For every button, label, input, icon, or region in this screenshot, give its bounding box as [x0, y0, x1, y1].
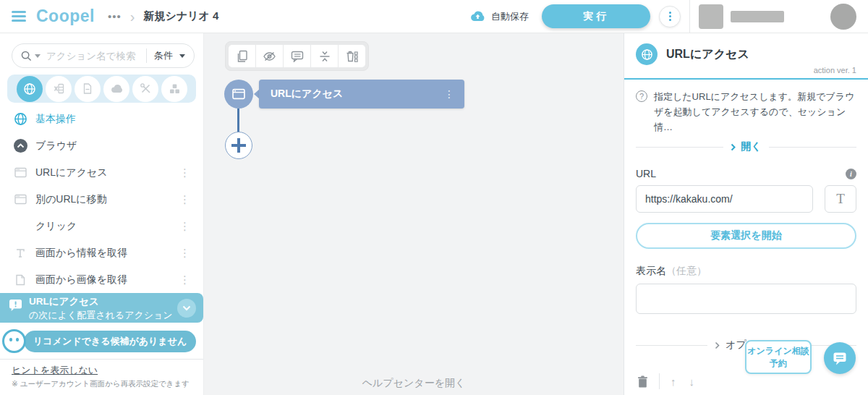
header-kebab-menu-icon[interactable] — [659, 6, 681, 27]
workspace-placeholder-bar — [731, 11, 784, 22]
bulk-delete-button[interactable] — [339, 45, 365, 67]
info-icon[interactable]: i — [846, 169, 856, 179]
online-consult-button[interactable]: オンライン相談 予約 — [745, 340, 812, 374]
text-mode-button[interactable]: T — [825, 185, 856, 213]
filter-caret-icon — [179, 54, 185, 58]
category-document-icon[interactable] — [75, 76, 101, 102]
move-down-button[interactable]: ↓ — [689, 375, 695, 388]
avatar[interactable] — [830, 4, 856, 30]
trash-checklist-icon — [345, 50, 359, 63]
item-kebab-icon[interactable]: ⋮ — [176, 166, 193, 179]
action-search-box: 条件 — [12, 43, 195, 68]
move-up-button[interactable]: ↑ — [671, 375, 676, 388]
help-center-link[interactable]: ヘルプセンターを開く — [204, 377, 624, 390]
recommend-empty-row: リコメンドできる候補がありません — [2, 329, 197, 353]
globe-icon — [636, 43, 658, 65]
chat-support-button[interactable] — [824, 342, 856, 374]
app-logo[interactable]: Coopel — [36, 7, 95, 26]
item-kebab-icon[interactable]: ⋮ — [176, 273, 193, 286]
delete-action-button[interactable] — [637, 375, 648, 388]
action-detail-panel: URLにアクセス action ver. 1 ? 指定したURLにアクセスします… — [624, 33, 868, 395]
sidebar-item-get-image[interactable]: 画面から画像を取得 ⋮ — [0, 266, 203, 293]
assistant-face-icon — [2, 329, 26, 353]
bottom-divider — [659, 373, 660, 389]
flow-connector — [237, 109, 239, 132]
chevron-right-icon — [731, 143, 736, 151]
search-icon[interactable] — [21, 51, 32, 61]
divider-line — [769, 147, 856, 148]
filter-dropdown[interactable]: 条件 — [154, 49, 185, 62]
scenario-title: 新規シナリオ 4 — [143, 9, 218, 23]
app-root: Coopel ••• › 新規シナリオ 4 自動保存 実行 — [0, 0, 868, 395]
comment-icon — [291, 51, 304, 62]
consult-line1: オンライン相談 — [747, 345, 809, 357]
panel-bottom-toolbar: ↑ ↓ — [637, 373, 694, 389]
category-basic-globe-icon[interactable] — [17, 76, 43, 102]
header-divider — [689, 0, 690, 33]
sidebar-item-click[interactable]: クリック ⋮ — [0, 213, 203, 239]
comment-button[interactable] — [284, 45, 310, 67]
consult-line2: 予約 — [770, 357, 787, 369]
filter-label: 条件 — [154, 49, 173, 62]
panel-accent-line — [624, 78, 868, 80]
hamburger-menu-icon[interactable] — [12, 11, 26, 22]
category-cloud-icon[interactable] — [103, 76, 129, 102]
category-tools-icon[interactable] — [132, 76, 158, 102]
recommend-banner-text: URLにアクセス の次によく配置されるアクション — [29, 294, 173, 322]
url-label-row: URL i — [636, 168, 856, 179]
item-kebab-icon[interactable]: ⋮ — [176, 246, 193, 260]
category-blocks-icon[interactable] — [161, 76, 187, 102]
help-icon: ? — [636, 90, 647, 102]
chevron-down-icon[interactable] — [177, 299, 196, 318]
trash-icon — [637, 375, 648, 388]
node-type-icon[interactable] — [224, 80, 253, 109]
sidebar-group-label: ブラウザ — [35, 140, 193, 153]
recommend-banner-subtitle: の次によく配置されるアクション — [29, 309, 173, 322]
sidebar-item-access-url[interactable]: URLにアクセス ⋮ — [0, 159, 203, 186]
hints-footer: ヒントを表示しない ※ ユーザーアカウント画面から再表示設定できます — [0, 359, 203, 395]
copy-button[interactable] — [229, 45, 255, 67]
start-element-selection-button[interactable]: 要素選択を開始 — [636, 223, 856, 249]
add-step-button[interactable] — [225, 132, 252, 159]
text-icon — [13, 248, 27, 258]
panel-title: URLにアクセス — [666, 47, 749, 62]
recommend-banner-title: URLにアクセス — [29, 294, 173, 309]
sidebar-item-label: 画面から画像を取得 — [35, 273, 176, 286]
item-kebab-icon[interactable]: ⋮ — [176, 192, 193, 206]
collapse-circle-icon — [13, 139, 27, 153]
node-kebab-icon[interactable]: ⋮ — [443, 88, 456, 100]
main-area: 条件 — [0, 33, 868, 395]
sidebar-item-label: URLにアクセス — [35, 166, 176, 179]
flow-node-access-url[interactable]: URLにアクセス ⋮ — [259, 80, 464, 109]
hide-hints-note: ※ ユーザーアカウント画面から再表示設定できます — [12, 379, 192, 389]
url-input-row: T — [636, 185, 856, 213]
file-image-icon — [13, 274, 27, 286]
scenario-canvas[interactable]: URLにアクセス ⋮ ヘルプセンターを開く — [204, 33, 624, 395]
search-caret-icon[interactable] — [35, 54, 41, 58]
workspace-placeholder-square — [699, 4, 723, 29]
open-description-link[interactable]: 開く — [731, 140, 761, 153]
search-input[interactable] — [46, 51, 142, 61]
sidebar-item-get-text[interactable]: 画面から情報を取得 ⋮ — [0, 239, 203, 266]
merge-icon — [318, 50, 331, 63]
run-button[interactable]: 実行 — [542, 4, 650, 28]
item-kebab-icon[interactable]: ⋮ — [176, 219, 193, 233]
action-list: 基本操作 ブラウザ URLにアクセス ⋮ — [0, 106, 203, 293]
hide-button[interactable] — [256, 45, 283, 67]
divider-line — [636, 345, 707, 346]
breadcrumb-chevron-icon: › — [130, 9, 135, 24]
url-input[interactable] — [636, 185, 813, 213]
sidebar-group-browser[interactable]: ブラウザ — [0, 132, 203, 159]
more-menu-icon[interactable]: ••• — [108, 10, 122, 22]
search-row: 条件 — [12, 43, 195, 68]
display-name-input[interactable] — [636, 284, 856, 314]
category-spreadsheet-icon[interactable] — [46, 76, 72, 102]
action-sidebar: 条件 — [0, 33, 204, 395]
hide-hints-link[interactable]: ヒントを表示しない — [12, 364, 192, 377]
sidebar-item-goto-url[interactable]: 別のURLに移動 ⋮ — [0, 186, 203, 213]
sidebar-item-label: クリック — [35, 220, 176, 233]
merge-button[interactable] — [311, 45, 338, 67]
sidebar-item-label: 画面から情報を取得 — [35, 247, 176, 260]
action-description-row: ? 指定したURLにアクセスします。新規でブラウザを起動してアクセスするので、セ… — [636, 89, 856, 135]
sidebar-category-basic[interactable]: 基本操作 — [0, 106, 203, 132]
